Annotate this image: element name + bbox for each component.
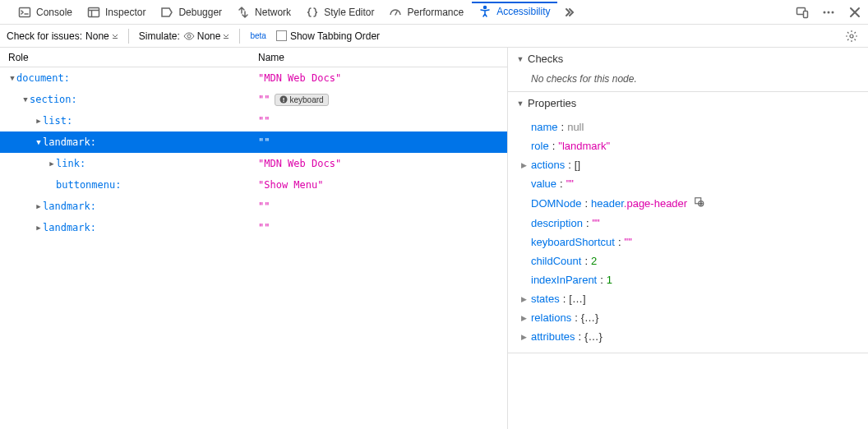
tab-label: Style Editor bbox=[324, 7, 374, 18]
svg-point-14 bbox=[850, 35, 853, 38]
role-text: landmark: bbox=[43, 222, 96, 233]
tab-accessibility[interactable]: Accessibility bbox=[472, 2, 556, 21]
prop-key: states bbox=[531, 293, 560, 305]
name-text: "" bbox=[258, 115, 270, 127]
prop-key: keyboardShortcut bbox=[531, 236, 615, 248]
tab-label: Network bbox=[255, 7, 291, 18]
prop-key: indexInParent bbox=[531, 274, 597, 286]
overflow-icon[interactable] bbox=[559, 2, 579, 22]
chevron-right-icon[interactable]: ▶ bbox=[48, 159, 56, 168]
checks-header[interactable]: ▼ Checks bbox=[508, 48, 868, 70]
devtools-toolbar: Console Inspector Debugger Network Style… bbox=[0, 0, 868, 25]
responsive-icon[interactable] bbox=[792, 2, 812, 22]
tree-row[interactable]: ▼ section:""!keyboard bbox=[0, 89, 507, 110]
check-issues-dropdown[interactable]: None bbox=[85, 30, 118, 42]
tree-row[interactable]: ▶ list:"" bbox=[0, 110, 507, 131]
prop-key: value bbox=[531, 178, 556, 190]
chevron-right-icon[interactable]: ▶ bbox=[35, 224, 43, 232]
svg-point-10 bbox=[824, 11, 826, 13]
svg-point-12 bbox=[832, 11, 834, 13]
chevron-right-icon[interactable]: ▶ bbox=[35, 202, 43, 210]
close-icon[interactable] bbox=[845, 2, 865, 22]
role-cell: ▼ section: bbox=[0, 94, 253, 105]
tab-label: Inspector bbox=[105, 7, 145, 18]
col-name[interactable]: Name bbox=[253, 52, 507, 63]
svg-text:!: ! bbox=[283, 96, 285, 104]
property-row[interactable]: name: null bbox=[531, 118, 856, 136]
chevron-right-icon[interactable]: ▶ bbox=[35, 117, 43, 125]
keyboard-badge[interactable]: !keyboard bbox=[275, 94, 328, 106]
checks-body: No checks for this node. bbox=[508, 70, 868, 91]
tab-debugger[interactable]: Debugger bbox=[154, 2, 229, 22]
name-cell: "MDN Web Docs" bbox=[253, 158, 507, 169]
name-cell: "MDN Web Docs" bbox=[253, 72, 507, 84]
check-issues-label: Check for issues: bbox=[7, 30, 82, 42]
checks-section: ▼ Checks No checks for this node. bbox=[508, 48, 868, 92]
tab-console[interactable]: Console bbox=[12, 2, 79, 22]
simulate-label: Simulate: bbox=[139, 30, 180, 42]
tree-row[interactable]: ▼ document:"MDN Web Docs" bbox=[0, 67, 507, 89]
chevron-down-icon[interactable]: ▼ bbox=[8, 74, 16, 82]
chevron-right-icon[interactable]: ▶ bbox=[519, 161, 528, 169]
chevron-right-icon[interactable]: ▶ bbox=[519, 314, 528, 322]
inspect-node-icon[interactable] bbox=[694, 196, 705, 210]
prop-key: actions bbox=[531, 159, 565, 171]
tab-performance[interactable]: Performance bbox=[382, 2, 470, 22]
prop-value: [] bbox=[575, 159, 580, 171]
svg-rect-2 bbox=[20, 7, 30, 16]
role-text: buttonmenu: bbox=[56, 179, 121, 191]
chevron-right-icon[interactable]: ▶ bbox=[519, 333, 528, 341]
property-row[interactable]: ▶relations: {…} bbox=[531, 308, 856, 327]
chevron-down-icon[interactable]: ▼ bbox=[21, 95, 30, 104]
name-cell: "" bbox=[253, 201, 507, 212]
role-text: landmark: bbox=[43, 136, 96, 148]
chevron-down-icon[interactable]: ▼ bbox=[35, 138, 43, 146]
tab-network[interactable]: Network bbox=[230, 2, 298, 22]
tree-row[interactable]: buttonmenu:"Show Menu" bbox=[0, 174, 507, 196]
properties-header[interactable]: ▼ Properties bbox=[508, 92, 868, 114]
checkbox-icon bbox=[276, 30, 287, 41]
prop-value: header.page-header bbox=[591, 197, 687, 210]
name-cell: ""!keyboard bbox=[253, 94, 507, 106]
tree-row[interactable]: ▶ landmark:"" bbox=[0, 196, 507, 217]
meatball-icon[interactable] bbox=[819, 2, 838, 22]
name-text: "MDN Web Docs" bbox=[258, 158, 341, 169]
svg-point-11 bbox=[828, 11, 830, 13]
name-text: "" bbox=[258, 222, 270, 233]
tree-row[interactable]: ▼ landmark:"" bbox=[0, 131, 507, 153]
property-row[interactable]: childCount: 2 bbox=[531, 251, 856, 270]
prop-value: "" bbox=[593, 217, 600, 229]
tab-label: Accessibility bbox=[496, 6, 550, 17]
accessibility-subbar: Check for issues: None Simulate: None be… bbox=[0, 25, 868, 48]
name-text: "" bbox=[258, 201, 270, 212]
property-row[interactable]: ▶attributes: {…} bbox=[531, 327, 856, 346]
role-cell: ▼ landmark: bbox=[0, 136, 253, 148]
simulate-dropdown[interactable]: None bbox=[183, 30, 230, 42]
property-row[interactable]: keyboardShortcut: "" bbox=[531, 233, 856, 251]
tree-row[interactable]: ▶ link:"MDN Web Docs" bbox=[0, 153, 507, 174]
col-role[interactable]: Role bbox=[0, 52, 253, 63]
divider bbox=[128, 29, 129, 44]
property-row[interactable]: value: "" bbox=[531, 174, 856, 193]
property-row[interactable]: role: "landmark" bbox=[531, 136, 856, 155]
name-cell: "" bbox=[253, 115, 507, 127]
property-row[interactable]: DOMNode: header.page-header bbox=[531, 193, 856, 214]
tree-header: Role Name bbox=[0, 48, 507, 67]
tab-styleeditor[interactable]: Style Editor bbox=[299, 2, 381, 22]
role-cell: ▶ landmark: bbox=[0, 201, 253, 212]
chevron-right-icon[interactable]: ▶ bbox=[519, 295, 528, 303]
prop-key: childCount bbox=[531, 255, 581, 267]
property-row[interactable]: ▶states: […] bbox=[531, 289, 856, 308]
properties-body: name: nullrole: "landmark"▶actions: []va… bbox=[508, 114, 868, 353]
tree-row[interactable]: ▶ landmark:"" bbox=[0, 217, 507, 238]
tab-inspector[interactable]: Inspector bbox=[81, 2, 152, 22]
prop-key: relations bbox=[531, 311, 571, 324]
property-row[interactable]: ▶actions: [] bbox=[531, 155, 856, 174]
prop-key: role bbox=[531, 140, 549, 152]
dock-side-icon[interactable] bbox=[3, 9, 10, 16]
property-row[interactable]: description: "" bbox=[531, 214, 856, 233]
property-row[interactable]: indexInParent: 1 bbox=[531, 270, 856, 289]
svg-line-6 bbox=[395, 12, 397, 15]
tabbing-order-checkbox[interactable]: Show Tabbing Order bbox=[276, 30, 380, 42]
gear-icon[interactable] bbox=[842, 26, 861, 46]
